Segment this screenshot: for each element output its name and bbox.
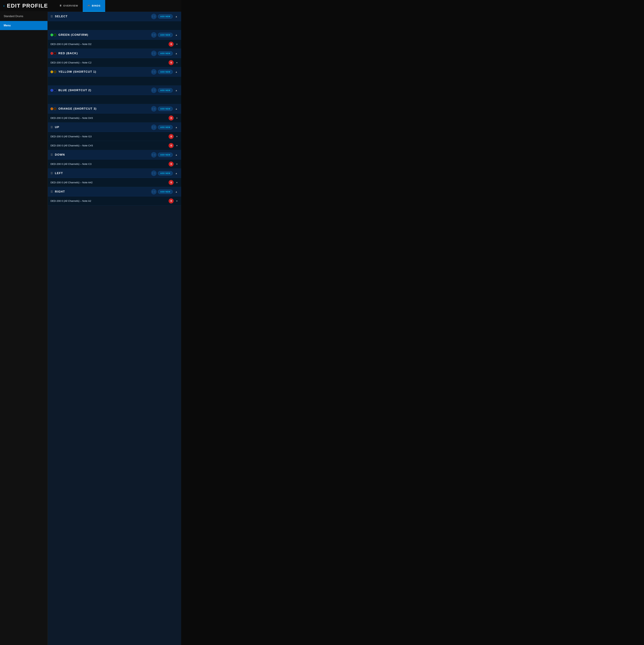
menu-dots-icon: ⋮⋮	[152, 172, 156, 174]
section-lines-icon: ☰	[50, 126, 53, 129]
tab-overview-label: OVERVIEW	[63, 4, 78, 7]
delete-btn-down-0[interactable]: 🗑	[169, 162, 174, 167]
section-title-down: DOWN	[55, 153, 149, 157]
bind-row-green-confirm-0: DED-200 0 (All Channels) – Note D2 🗑 ▾	[48, 40, 181, 49]
delete-btn-green-confirm-0[interactable]: 🗑	[169, 42, 174, 47]
empty-row-yellow-shortcut1	[48, 76, 181, 85]
collapse-btn-up[interactable]: ▲	[174, 125, 179, 129]
bind-row-up-0: DED-200 0 (All Channels) – Note G3 🗑 ▾	[48, 132, 181, 141]
trash-icon: 🗑	[170, 61, 172, 64]
toggle-icon-orange-shortcut3[interactable]	[50, 108, 56, 110]
section-actions-green-confirm: ⋮⋮ ADD NEW ▲	[151, 32, 179, 38]
collapse-btn-red-back[interactable]: ▲	[174, 51, 179, 55]
bind-label-up-0: DED-200 0 (All Channels) – Note G3	[50, 135, 169, 138]
bind-label-up-1: DED-200 0 (All Channels) – Note C#3	[50, 144, 169, 147]
menu-dots-icon: ⋮⋮	[152, 89, 156, 91]
section-lines-icon: ☰	[50, 153, 53, 156]
section-header-select: ☰ SELECT ⋮⋮ ADD NEW ▲	[48, 12, 181, 21]
bind-row-right-0: DED-200 0 (All Channels) – Note A2 🗑 ▾	[48, 196, 181, 206]
section-title-left: LEFT	[55, 172, 149, 175]
section-menu-btn-right[interactable]: ⋮⋮	[151, 189, 156, 194]
toggle-icon-red-back[interactable]	[50, 52, 56, 55]
collapse-btn-down[interactable]: ▲	[174, 153, 179, 157]
sidebar-item-label: Standard Drums	[4, 15, 23, 18]
section-header-yellow-shortcut1: YELLOW (SHORTCUT 1) ⋮⋮ ADD NEW ▲	[48, 67, 181, 76]
expand-btn-up-1[interactable]: ▾	[175, 144, 179, 148]
add-new-btn-down[interactable]: ADD NEW	[158, 153, 173, 157]
section-title-red-back: RED (BACK)	[58, 52, 149, 55]
empty-row-blue-shortcut2	[48, 95, 181, 104]
section-lines-icon: ☰	[50, 172, 53, 175]
toggle-icon-yellow-shortcut1[interactable]	[50, 70, 56, 73]
section-menu-btn-select[interactable]: ⋮⋮	[151, 14, 156, 19]
section-menu-btn-up[interactable]: ⋮⋮	[151, 125, 156, 130]
section-title-orange-shortcut3: ORANGE (SHORTCUT 3)	[58, 107, 149, 111]
add-new-btn-blue-shortcut2[interactable]: ADD NEW	[158, 88, 173, 92]
section-header-left: ☰ LEFT ⋮⋮ ADD NEW ▲	[48, 169, 181, 178]
bind-row-up-1: DED-200 0 (All Channels) – Note C#3 🗑 ▾	[48, 141, 181, 150]
add-new-btn-orange-shortcut3[interactable]: ADD NEW	[158, 106, 173, 111]
section-actions-blue-shortcut2: ⋮⋮ ADD NEW ▲	[151, 87, 179, 93]
section-title-up: UP	[55, 126, 149, 129]
expand-btn-up-0[interactable]: ▾	[175, 135, 179, 139]
tab-binds[interactable]: 🎮 BINDS	[83, 0, 105, 12]
delete-btn-red-back-0[interactable]: 🗑	[169, 60, 174, 65]
back-button[interactable]: ‹	[3, 4, 5, 8]
trash-icon: 🗑	[170, 135, 172, 138]
empty-row-select	[48, 21, 181, 30]
section-menu-btn-left[interactable]: ⋮⋮	[151, 171, 156, 176]
toggle-icon-green-confirm[interactable]	[50, 34, 56, 36]
section-menu-btn-yellow-shortcut1[interactable]: ⋮⋮	[151, 69, 156, 74]
expand-btn-green-confirm-0[interactable]: ▾	[175, 42, 179, 46]
add-new-btn-right[interactable]: ADD NEW	[158, 190, 173, 194]
collapse-btn-yellow-shortcut1[interactable]: ▲	[174, 70, 179, 74]
nav-tabs: 🖥 OVERVIEW 🎮 BINDS	[55, 0, 105, 12]
delete-btn-up-1[interactable]: 🗑	[169, 143, 174, 148]
section-menu-btn-red-back[interactable]: ⋮⋮	[151, 51, 156, 56]
section-header-right: ☰ RIGHT ⋮⋮ ADD NEW ▲	[48, 187, 181, 196]
expand-btn-red-back-0[interactable]: ▾	[175, 61, 179, 65]
expand-btn-right-0[interactable]: ▾	[175, 199, 179, 203]
section-actions-down: ⋮⋮ ADD NEW ▲	[151, 152, 179, 158]
trash-icon: 🗑	[170, 200, 172, 202]
collapse-btn-green-confirm[interactable]: ▲	[174, 33, 179, 37]
section-menu-btn-blue-shortcut2[interactable]: ⋮⋮	[151, 87, 156, 93]
delete-btn-orange-shortcut3-0[interactable]: 🗑	[169, 116, 174, 121]
add-new-btn-red-back[interactable]: ADD NEW	[158, 51, 173, 55]
collapse-btn-left[interactable]: ▲	[174, 171, 179, 175]
sidebar-item-standard-drums[interactable]: Standard Drums	[0, 12, 47, 21]
collapse-btn-blue-shortcut2[interactable]: ▲	[174, 88, 179, 92]
add-new-btn-yellow-shortcut1[interactable]: ADD NEW	[158, 70, 173, 74]
expand-btn-orange-shortcut3-0[interactable]: ▾	[175, 116, 179, 120]
add-new-btn-left[interactable]: ADD NEW	[158, 171, 173, 175]
tab-overview[interactable]: 🖥 OVERVIEW	[55, 0, 83, 12]
sidebar-item-menu[interactable]: Menu	[0, 21, 47, 30]
bind-row-red-back-0: DED-200 0 (All Channels) – Note C2 🗑 ▾	[48, 58, 181, 67]
expand-btn-left-0[interactable]: ▾	[175, 181, 179, 185]
section-menu-btn-down[interactable]: ⋮⋮	[151, 152, 156, 158]
bind-label-red-back-0: DED-200 0 (All Channels) – Note C2	[50, 61, 169, 64]
bind-label-right-0: DED-200 0 (All Channels) – Note A2	[50, 199, 169, 202]
delete-btn-right-0[interactable]: 🗑	[169, 198, 174, 203]
add-new-btn-up[interactable]: ADD NEW	[158, 125, 173, 130]
section-menu-btn-orange-shortcut3[interactable]: ⋮⋮	[151, 106, 156, 112]
section-header-orange-shortcut3: ORANGE (SHORTCUT 3) ⋮⋮ ADD NEW ▲	[48, 104, 181, 114]
section-menu-btn-green-confirm[interactable]: ⋮⋮	[151, 32, 156, 38]
collapse-btn-right[interactable]: ▲	[174, 190, 179, 194]
menu-dots-icon: ⋮⋮	[152, 34, 156, 36]
expand-btn-down-0[interactable]: ▾	[175, 162, 179, 166]
toggle-icon-blue-shortcut2[interactable]	[50, 89, 56, 92]
sidebar-item-label: Menu	[4, 24, 11, 27]
add-new-btn-green-confirm[interactable]: ADD NEW	[158, 33, 173, 37]
section-title-blue-shortcut2: BLUE (SHORTCUT 2)	[58, 89, 149, 92]
gamepad-icon: 🎮	[87, 4, 90, 7]
collapse-btn-orange-shortcut3[interactable]: ▲	[174, 107, 179, 111]
trash-icon: 🗑	[170, 43, 172, 45]
section-header-red-back: RED (BACK) ⋮⋮ ADD NEW ▲	[48, 49, 181, 58]
menu-dots-icon: ⋮⋮	[152, 108, 156, 110]
section-lines-icon: ☰	[50, 15, 53, 18]
delete-btn-left-0[interactable]: 🗑	[169, 180, 174, 185]
collapse-btn-select[interactable]: ▲	[174, 14, 179, 18]
delete-btn-up-0[interactable]: 🗑	[169, 134, 174, 139]
add-new-btn-select[interactable]: ADD NEW	[158, 14, 173, 19]
